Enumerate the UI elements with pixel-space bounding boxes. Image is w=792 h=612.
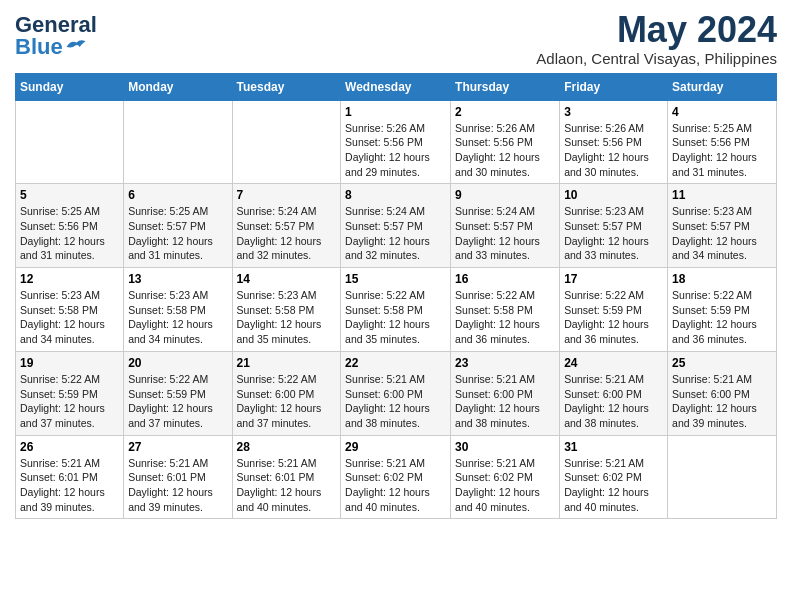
day-number: 24 [564,356,663,370]
location-title: Adlaon, Central Visayas, Philippines [536,50,777,67]
calendar-cell: 12Sunrise: 5:23 AM Sunset: 5:58 PM Dayli… [16,268,124,352]
day-number: 29 [345,440,446,454]
calendar-cell: 14Sunrise: 5:23 AM Sunset: 5:58 PM Dayli… [232,268,341,352]
day-info: Sunrise: 5:21 AM Sunset: 6:00 PM Dayligh… [564,372,663,431]
month-title: May 2024 [536,10,777,50]
week-row-1: 1Sunrise: 5:26 AM Sunset: 5:56 PM Daylig… [16,100,777,184]
week-row-4: 19Sunrise: 5:22 AM Sunset: 5:59 PM Dayli… [16,351,777,435]
calendar-cell: 7Sunrise: 5:24 AM Sunset: 5:57 PM Daylig… [232,184,341,268]
day-info: Sunrise: 5:23 AM Sunset: 5:58 PM Dayligh… [20,288,119,347]
day-info: Sunrise: 5:21 AM Sunset: 6:01 PM Dayligh… [20,456,119,515]
day-info: Sunrise: 5:22 AM Sunset: 5:59 PM Dayligh… [564,288,663,347]
logo-general-text: General [15,14,97,36]
calendar-cell [668,435,777,519]
calendar-cell [16,100,124,184]
day-info: Sunrise: 5:26 AM Sunset: 5:56 PM Dayligh… [455,121,555,180]
calendar-cell: 29Sunrise: 5:21 AM Sunset: 6:02 PM Dayli… [341,435,451,519]
day-number: 12 [20,272,119,286]
calendar-cell: 1Sunrise: 5:26 AM Sunset: 5:56 PM Daylig… [341,100,451,184]
day-number: 6 [128,188,227,202]
day-info: Sunrise: 5:24 AM Sunset: 5:57 PM Dayligh… [237,204,337,263]
title-block: May 2024 Adlaon, Central Visayas, Philip… [536,10,777,67]
calendar-cell: 10Sunrise: 5:23 AM Sunset: 5:57 PM Dayli… [560,184,668,268]
day-info: Sunrise: 5:22 AM Sunset: 6:00 PM Dayligh… [237,372,337,431]
day-number: 23 [455,356,555,370]
calendar-cell: 26Sunrise: 5:21 AM Sunset: 6:01 PM Dayli… [16,435,124,519]
day-info: Sunrise: 5:26 AM Sunset: 5:56 PM Dayligh… [564,121,663,180]
day-number: 15 [345,272,446,286]
day-number: 19 [20,356,119,370]
day-info: Sunrise: 5:22 AM Sunset: 5:59 PM Dayligh… [672,288,772,347]
calendar-body: 1Sunrise: 5:26 AM Sunset: 5:56 PM Daylig… [16,100,777,519]
day-info: Sunrise: 5:21 AM Sunset: 6:00 PM Dayligh… [672,372,772,431]
calendar-cell: 31Sunrise: 5:21 AM Sunset: 6:02 PM Dayli… [560,435,668,519]
calendar-cell: 8Sunrise: 5:24 AM Sunset: 5:57 PM Daylig… [341,184,451,268]
header-cell-monday: Monday [124,73,232,100]
day-number: 7 [237,188,337,202]
logo-blue-text: Blue [15,36,87,58]
calendar-cell: 21Sunrise: 5:22 AM Sunset: 6:00 PM Dayli… [232,351,341,435]
calendar-cell: 13Sunrise: 5:23 AM Sunset: 5:58 PM Dayli… [124,268,232,352]
week-row-2: 5Sunrise: 5:25 AM Sunset: 5:56 PM Daylig… [16,184,777,268]
day-info: Sunrise: 5:21 AM Sunset: 6:01 PM Dayligh… [128,456,227,515]
header-cell-thursday: Thursday [451,73,560,100]
day-number: 4 [672,105,772,119]
day-info: Sunrise: 5:21 AM Sunset: 6:00 PM Dayligh… [345,372,446,431]
day-info: Sunrise: 5:23 AM Sunset: 5:58 PM Dayligh… [128,288,227,347]
calendar-cell: 20Sunrise: 5:22 AM Sunset: 5:59 PM Dayli… [124,351,232,435]
header-cell-sunday: Sunday [16,73,124,100]
day-info: Sunrise: 5:25 AM Sunset: 5:56 PM Dayligh… [20,204,119,263]
day-number: 10 [564,188,663,202]
day-info: Sunrise: 5:24 AM Sunset: 5:57 PM Dayligh… [345,204,446,263]
logo: General Blue [15,14,97,58]
day-info: Sunrise: 5:24 AM Sunset: 5:57 PM Dayligh… [455,204,555,263]
header-cell-saturday: Saturday [668,73,777,100]
day-number: 27 [128,440,227,454]
day-number: 1 [345,105,446,119]
day-number: 17 [564,272,663,286]
day-number: 2 [455,105,555,119]
calendar-cell: 28Sunrise: 5:21 AM Sunset: 6:01 PM Dayli… [232,435,341,519]
calendar-cell: 6Sunrise: 5:25 AM Sunset: 5:57 PM Daylig… [124,184,232,268]
day-info: Sunrise: 5:25 AM Sunset: 5:56 PM Dayligh… [672,121,772,180]
calendar-cell: 30Sunrise: 5:21 AM Sunset: 6:02 PM Dayli… [451,435,560,519]
calendar-cell: 11Sunrise: 5:23 AM Sunset: 5:57 PM Dayli… [668,184,777,268]
calendar-cell: 4Sunrise: 5:25 AM Sunset: 5:56 PM Daylig… [668,100,777,184]
day-number: 20 [128,356,227,370]
day-info: Sunrise: 5:22 AM Sunset: 5:58 PM Dayligh… [455,288,555,347]
week-row-5: 26Sunrise: 5:21 AM Sunset: 6:01 PM Dayli… [16,435,777,519]
day-info: Sunrise: 5:25 AM Sunset: 5:57 PM Dayligh… [128,204,227,263]
calendar-cell: 25Sunrise: 5:21 AM Sunset: 6:00 PM Dayli… [668,351,777,435]
week-row-3: 12Sunrise: 5:23 AM Sunset: 5:58 PM Dayli… [16,268,777,352]
calendar-cell: 2Sunrise: 5:26 AM Sunset: 5:56 PM Daylig… [451,100,560,184]
calendar-cell [232,100,341,184]
header-row: SundayMondayTuesdayWednesdayThursdayFrid… [16,73,777,100]
day-number: 13 [128,272,227,286]
calendar-cell: 24Sunrise: 5:21 AM Sunset: 6:00 PM Dayli… [560,351,668,435]
calendar-cell [124,100,232,184]
day-info: Sunrise: 5:23 AM Sunset: 5:57 PM Dayligh… [564,204,663,263]
day-info: Sunrise: 5:21 AM Sunset: 6:02 PM Dayligh… [345,456,446,515]
day-number: 26 [20,440,119,454]
day-info: Sunrise: 5:21 AM Sunset: 6:00 PM Dayligh… [455,372,555,431]
header-cell-wednesday: Wednesday [341,73,451,100]
day-info: Sunrise: 5:23 AM Sunset: 5:58 PM Dayligh… [237,288,337,347]
day-number: 21 [237,356,337,370]
day-info: Sunrise: 5:21 AM Sunset: 6:01 PM Dayligh… [237,456,337,515]
calendar-cell: 18Sunrise: 5:22 AM Sunset: 5:59 PM Dayli… [668,268,777,352]
calendar-cell: 3Sunrise: 5:26 AM Sunset: 5:56 PM Daylig… [560,100,668,184]
day-info: Sunrise: 5:22 AM Sunset: 5:59 PM Dayligh… [128,372,227,431]
calendar-cell: 19Sunrise: 5:22 AM Sunset: 5:59 PM Dayli… [16,351,124,435]
calendar-cell: 9Sunrise: 5:24 AM Sunset: 5:57 PM Daylig… [451,184,560,268]
header-cell-friday: Friday [560,73,668,100]
calendar-cell: 22Sunrise: 5:21 AM Sunset: 6:00 PM Dayli… [341,351,451,435]
day-number: 14 [237,272,337,286]
day-number: 9 [455,188,555,202]
day-info: Sunrise: 5:26 AM Sunset: 5:56 PM Dayligh… [345,121,446,180]
day-number: 28 [237,440,337,454]
calendar-cell: 16Sunrise: 5:22 AM Sunset: 5:58 PM Dayli… [451,268,560,352]
calendar-header: SundayMondayTuesdayWednesdayThursdayFrid… [16,73,777,100]
day-number: 25 [672,356,772,370]
day-info: Sunrise: 5:23 AM Sunset: 5:57 PM Dayligh… [672,204,772,263]
logo-bird-icon [65,38,87,56]
